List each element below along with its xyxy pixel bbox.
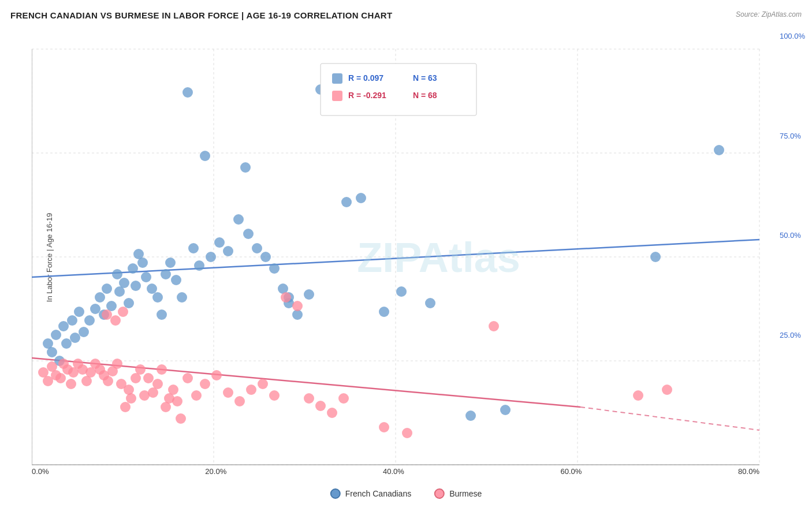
svg-point-121 bbox=[269, 390, 280, 401]
svg-point-74 bbox=[182, 87, 193, 98]
svg-point-46 bbox=[177, 292, 187, 303]
svg-point-117 bbox=[223, 387, 233, 398]
svg-point-104 bbox=[157, 364, 167, 375]
svg-point-99 bbox=[135, 364, 146, 375]
svg-point-48 bbox=[240, 162, 251, 173]
svg-point-40 bbox=[147, 283, 157, 294]
svg-point-113 bbox=[182, 373, 193, 383]
chart-container: FRENCH CANADIAN VS BURMESE IN LABOR FORC… bbox=[0, 0, 812, 515]
svg-point-24 bbox=[79, 327, 89, 337]
svg-point-91 bbox=[103, 376, 113, 386]
svg-point-35 bbox=[128, 263, 138, 274]
svg-point-127 bbox=[338, 393, 349, 404]
svg-point-16 bbox=[51, 330, 61, 340]
svg-point-41 bbox=[152, 292, 163, 303]
svg-point-118 bbox=[234, 396, 245, 406]
svg-point-119 bbox=[246, 385, 256, 395]
chart-title: FRENCH CANADIAN VS BURMESE IN LABOR FORC… bbox=[10, 10, 392, 20]
svg-point-110 bbox=[102, 309, 112, 320]
svg-point-65 bbox=[356, 193, 366, 203]
svg-point-29 bbox=[102, 283, 112, 294]
legend-burmese: Burmese bbox=[434, 488, 482, 499]
svg-point-58 bbox=[269, 263, 280, 274]
svg-point-69 bbox=[465, 410, 476, 421]
svg-point-109 bbox=[176, 413, 186, 424]
svg-point-26 bbox=[90, 304, 100, 314]
svg-point-36 bbox=[131, 281, 141, 291]
svg-point-103 bbox=[152, 379, 163, 389]
svg-point-21 bbox=[67, 315, 77, 326]
svg-point-57 bbox=[260, 252, 271, 262]
svg-point-68 bbox=[425, 298, 435, 308]
svg-text:R = -0.291: R = -0.291 bbox=[348, 91, 386, 100]
svg-point-34 bbox=[124, 298, 134, 308]
svg-point-55 bbox=[243, 229, 254, 239]
svg-point-31 bbox=[112, 269, 122, 279]
svg-point-124 bbox=[304, 393, 314, 404]
svg-point-19 bbox=[61, 338, 72, 349]
svg-point-82 bbox=[66, 379, 76, 389]
svg-point-49 bbox=[188, 243, 199, 253]
svg-point-38 bbox=[137, 258, 148, 268]
svg-point-47 bbox=[200, 151, 210, 161]
svg-point-79 bbox=[55, 373, 66, 383]
svg-point-120 bbox=[258, 379, 268, 389]
svg-point-97 bbox=[126, 393, 136, 404]
svg-point-108 bbox=[172, 396, 182, 406]
svg-point-39 bbox=[141, 272, 151, 282]
svg-point-66 bbox=[379, 307, 389, 317]
legend-container: French Canadians Burmese bbox=[330, 488, 482, 499]
svg-rect-134 bbox=[332, 73, 342, 84]
svg-point-17 bbox=[47, 347, 57, 357]
svg-point-64 bbox=[341, 197, 352, 207]
svg-point-27 bbox=[95, 292, 105, 303]
svg-point-22 bbox=[70, 333, 80, 343]
svg-point-126 bbox=[327, 408, 337, 418]
svg-point-23 bbox=[74, 307, 84, 317]
svg-point-52 bbox=[214, 237, 225, 248]
svg-rect-137 bbox=[332, 91, 342, 101]
chart-svg: R = 0.097 N = 63 R = -0.291 N = 68 bbox=[32, 32, 783, 482]
svg-point-51 bbox=[206, 252, 216, 262]
svg-point-114 bbox=[191, 390, 202, 401]
svg-point-45 bbox=[171, 275, 181, 285]
svg-point-125 bbox=[315, 401, 326, 411]
svg-point-44 bbox=[165, 258, 176, 268]
svg-point-70 bbox=[500, 405, 511, 415]
svg-point-130 bbox=[489, 321, 499, 331]
svg-point-115 bbox=[200, 379, 210, 389]
svg-point-111 bbox=[110, 315, 121, 326]
svg-point-72 bbox=[714, 145, 724, 155]
svg-text:R = 0.097: R = 0.097 bbox=[348, 73, 383, 83]
svg-point-67 bbox=[396, 286, 407, 297]
svg-point-54 bbox=[233, 214, 244, 225]
svg-line-14 bbox=[580, 407, 759, 430]
svg-point-56 bbox=[252, 243, 262, 253]
svg-point-129 bbox=[402, 428, 412, 438]
source-label: Source: ZipAtlas.com bbox=[736, 10, 802, 18]
svg-point-131 bbox=[633, 390, 643, 401]
svg-point-50 bbox=[194, 260, 204, 271]
svg-point-122 bbox=[281, 292, 291, 303]
svg-point-116 bbox=[211, 370, 222, 380]
svg-point-53 bbox=[223, 246, 233, 256]
svg-point-93 bbox=[112, 359, 122, 369]
svg-point-42 bbox=[157, 309, 167, 320]
burmese-label: Burmese bbox=[449, 489, 482, 498]
svg-point-101 bbox=[143, 373, 154, 383]
svg-point-43 bbox=[161, 269, 171, 279]
svg-point-112 bbox=[118, 307, 128, 317]
svg-point-33 bbox=[119, 278, 129, 288]
svg-point-132 bbox=[662, 385, 672, 395]
svg-point-128 bbox=[379, 422, 389, 432]
svg-text:N = 63: N = 63 bbox=[413, 73, 437, 83]
svg-rect-133 bbox=[321, 64, 476, 115]
svg-point-25 bbox=[84, 315, 95, 326]
svg-point-107 bbox=[168, 385, 178, 395]
svg-text:N = 68: N = 68 bbox=[413, 91, 437, 100]
svg-point-123 bbox=[292, 301, 303, 311]
svg-point-95 bbox=[120, 402, 131, 412]
burmese-dot bbox=[434, 488, 445, 499]
french-canadians-label: French Canadians bbox=[345, 489, 411, 498]
svg-point-62 bbox=[304, 289, 314, 300]
